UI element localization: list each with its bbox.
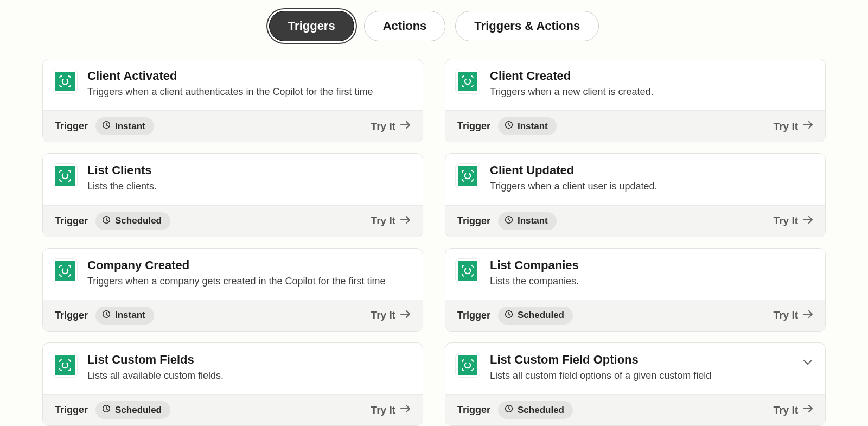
type-label: Trigger [457,404,490,416]
type-label: Trigger [55,120,88,132]
card-footer: TriggerInstantTry It [445,110,825,142]
card-title: Company Created [87,258,411,272]
type-label: Trigger [457,120,490,132]
card-description: Lists the companies. [490,275,813,288]
tab-triggers-actions[interactable]: Triggers & Actions [455,11,599,41]
card-body: List Custom FieldsLists all available cu… [87,353,411,382]
badge-instant: Instant [498,212,557,230]
card-description: Triggers when a client user is updated. [490,180,813,193]
badge-instant: Instant [95,117,154,135]
type-label: Trigger [457,310,490,321]
card-footer: TriggerInstantTry It [43,300,423,331]
badge-scheduled: Scheduled [498,307,573,325]
clock-icon [505,215,513,227]
badge-text: Instant [115,310,145,321]
type-label: Trigger [55,215,88,227]
card-title: List Custom Field Options [490,353,793,367]
try-it-button[interactable]: Try It [371,404,411,416]
arrow-right-icon [400,215,411,227]
card-title: List Companies [490,258,813,272]
card-top: List CompaniesLists the companies. [445,249,825,300]
copilot-icon [55,166,75,186]
card-title: Client Activated [87,69,411,83]
arrow-right-icon [802,215,813,227]
clock-icon [102,310,111,321]
card-footer: TriggerScheduledTry It [445,300,825,331]
try-it-button[interactable]: Try It [774,404,813,416]
try-it-button[interactable]: Try It [371,120,411,132]
clock-icon [505,120,513,132]
card-description: Triggers when a new client is created. [490,85,813,98]
copilot-icon [458,355,477,375]
type-label: Trigger [457,215,490,227]
arrow-right-icon [400,120,411,132]
badge-scheduled: Scheduled [498,401,573,419]
trigger-card[interactable]: List Custom Field OptionsLists all custo… [445,342,826,426]
badge-text: Instant [115,121,145,132]
try-it-button[interactable]: Try It [774,309,813,322]
type-label: Trigger [55,404,88,416]
app-icon-container [53,353,78,378]
card-footer: TriggerScheduledTry It [43,205,423,237]
card-footer: TriggerScheduledTry It [445,394,825,425]
card-body: List CompaniesLists the companies. [490,258,813,288]
card-body: Client ActivatedTriggers when a client a… [87,69,411,98]
trigger-card[interactable]: Client ActivatedTriggers when a client a… [42,59,423,142]
card-body: Client UpdatedTriggers when a client use… [490,163,813,193]
copilot-icon [55,72,75,91]
card-body: Company CreatedTriggers when a company g… [87,258,411,288]
card-description: Lists the clients. [87,180,411,193]
badge-text: Scheduled [518,405,564,416]
clock-icon [102,215,111,227]
trigger-card[interactable]: List ClientsLists the clients.TriggerSch… [42,153,423,237]
card-top: Client CreatedTriggers when a new client… [445,59,825,110]
card-description: Lists all custom field options of a give… [490,369,793,382]
app-icon-container [53,258,78,283]
trigger-card[interactable]: List Custom FieldsLists all available cu… [42,342,423,426]
tab-actions[interactable]: Actions [364,11,446,41]
card-footer: TriggerInstantTry It [445,205,825,237]
card-top: List Custom Field OptionsLists all custo… [445,343,825,394]
card-title: Client Updated [490,163,813,177]
badge-text: Instant [518,215,548,226]
clock-icon [505,310,513,321]
badge-text: Scheduled [115,215,162,226]
clock-icon [102,404,111,416]
try-it-button[interactable]: Try It [371,309,411,322]
app-icon-container [455,258,480,283]
type-label: Trigger [55,310,88,321]
app-icon-container [455,163,480,188]
trigger-card[interactable]: List CompaniesLists the companies.Trigge… [445,248,826,332]
card-top: Client UpdatedTriggers when a client use… [445,154,825,205]
app-icon-container [455,353,480,378]
card-body: Client CreatedTriggers when a new client… [490,69,813,98]
card-top: Client ActivatedTriggers when a client a… [43,59,423,110]
card-description: Triggers when a company gets created in … [87,275,411,288]
trigger-card[interactable]: Client CreatedTriggers when a new client… [445,59,826,142]
trigger-card[interactable]: Client UpdatedTriggers when a client use… [445,153,826,237]
card-description: Triggers when a client authenticates in … [87,85,411,98]
card-footer: TriggerScheduledTry It [43,394,423,425]
try-it-button[interactable]: Try It [774,120,813,132]
tab-triggers[interactable]: Triggers [269,11,354,41]
card-top: List Custom FieldsLists all available cu… [43,343,423,394]
badge-text: Scheduled [518,310,564,321]
chevron-down-icon[interactable] [802,353,813,369]
badge-scheduled: Scheduled [95,401,170,419]
arrow-right-icon [400,309,411,322]
app-icon-container [53,163,78,188]
card-title: List Clients [87,163,411,177]
arrow-right-icon [802,309,813,322]
clock-icon [102,120,111,132]
card-title: Client Created [490,69,813,83]
trigger-card[interactable]: Company CreatedTriggers when a company g… [42,248,423,332]
arrow-right-icon [802,404,813,416]
try-it-button[interactable]: Try It [371,215,411,227]
copilot-icon [458,261,477,281]
try-it-button[interactable]: Try It [774,215,813,227]
card-title: List Custom Fields [87,353,411,367]
filter-tabs: Triggers Actions Triggers & Actions [0,11,868,41]
copilot-icon [55,261,75,281]
badge-instant: Instant [95,307,154,325]
copilot-icon [458,166,477,186]
